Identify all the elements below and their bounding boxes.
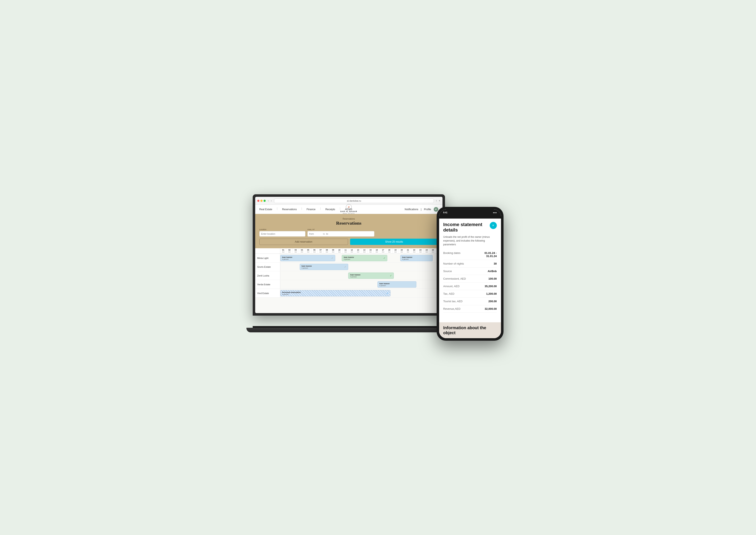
day-month: Jan [355,251,361,253]
day-month: Jan [311,251,317,253]
laptop-bottom [246,328,451,332]
profile-link[interactable]: Profile [424,208,431,211]
forward-icon[interactable]: › [270,199,272,202]
location-filter-group: Location [259,228,305,237]
browser-chrome: ‹ › ai-dardubai.ru ↑ + [255,197,443,205]
modal-row-booking-dates: Booking dates 01.01.24 -31.01.24 [443,249,497,260]
reservation-block[interactable]: Personal reservation 4 person ✓ [280,290,391,296]
new-tab-icon[interactable]: + [439,199,440,202]
nav-receipts[interactable]: Receipts [325,207,335,211]
show-results-button[interactable]: Show 25 results [350,239,438,245]
revenue-value: 32,000.00 [485,307,497,310]
day-column: 15Jan [367,248,374,253]
day-month: Jan [362,251,367,253]
timeline-verda-estate: Ivan Ivanov 4 person [280,280,443,289]
source-value: AirBnb [488,269,497,273]
day-number: 18 [387,249,392,251]
phone-time: 9:41 [443,211,447,214]
day-number: 16 [374,249,380,251]
day-number: 09 [330,249,336,251]
table-row: Minta Light Ivan Ivanov 4 person ✓ [255,254,443,263]
phone-screen: 9:41 ●●● Income statement details × Unlo… [439,210,501,338]
day-column: 23Jan [418,248,424,253]
nav-reservations[interactable]: Reservations [282,207,297,211]
browser-nav: ‹ › [267,199,273,202]
location-input[interactable] [259,231,305,237]
day-number: 15 [368,249,373,251]
app-logo: ⛵ DAR AL BAHAR REAL ESTATE [340,204,357,214]
laptop-screen: ‹ › ai-dardubai.ru ↑ + Real Estate [255,197,443,313]
hero-section: Reservations Reservations Location Area,… [255,214,443,248]
address-bar[interactable]: ai-dardubai.ru [274,198,434,203]
day-column: 10Jan [336,248,342,253]
minimize-button-icon[interactable] [260,200,262,202]
day-month: Jan [324,251,330,253]
fullscreen-button-icon[interactable] [263,200,266,202]
avatar[interactable]: IP [434,207,438,211]
add-reservation-button[interactable]: Add reservation [259,239,348,245]
back-icon[interactable]: ‹ [267,199,269,202]
calendar-grid: 01Jan02Jan03Jan04Jan05Jan06Jan07Jan08Jan… [255,248,443,297]
check-icon: ✓ [383,257,386,260]
modal-row-revenue: Revenue,AED 32,000.00 [443,305,497,313]
day-month: Jan [424,251,429,253]
reservation-block[interactable]: Ivan Ivanov 4 person ✓ [342,255,387,261]
property-name: Minta Light [255,254,280,262]
day-number: 01 [281,249,286,251]
modal-row-commission: Commissiont, AED 100.00 [443,275,497,283]
nav-divider-1: | [277,207,278,211]
modal-close-button[interactable]: × [490,222,497,229]
area-from-input[interactable] [309,233,322,235]
amount-label: Amount, AED [443,285,485,288]
day-column: 24Jan [424,248,430,253]
nav-finance[interactable]: Finance [307,207,316,211]
reservation-persons: 4 person [282,294,301,295]
area-to-input[interactable] [326,233,339,235]
reservation-name: Ivan Ivanov [379,283,390,285]
property-name: Vind Estate [255,289,280,297]
day-column: 17Jan [380,248,386,253]
amount-value: 35,200.00 [485,285,497,288]
table-row: Vind Estate Personal reservation 4 perso… [255,289,443,297]
traffic-lights [257,200,266,202]
close-button-icon[interactable] [257,200,259,202]
notifications-link[interactable]: Notifications [405,208,418,211]
nav-divider-3: | [320,207,321,211]
check-icon: ✓ [390,274,392,277]
modal-row-tax: Tax, AED 1,200.00 [443,290,497,297]
logo-icon: ⛵ [346,204,352,210]
tax-label: Tax, AED [443,292,486,295]
reservation-name: Personal reservation [282,291,301,294]
day-number: 05 [305,249,311,251]
reservation-persons: 4 person [282,258,292,260]
reservation-block[interactable]: Ivan Ivanov 4 person [377,281,416,288]
breadcrumb: Reservations [259,218,438,220]
url-text: ai-dardubai.ru [347,200,361,202]
day-month: Jan [411,251,417,253]
day-month: Jan [330,251,336,253]
area-divider: to [323,233,325,235]
tax-value: 1,200.00 [486,292,497,295]
phone-signal: ●●● [493,211,497,214]
reservation-block[interactable]: Ivan Ivanov 4 person ✓ [280,255,336,261]
day-month: Jan [286,251,292,253]
modal-title: Income statement details [443,222,490,233]
day-column: 08Jan [324,248,330,253]
reservation-name: Ivan Ivanov [302,265,312,267]
reservation-block[interactable]: Ivan Ivanov 4 person [400,255,433,261]
booking-dates-value: 01.01.24 -31.01.24 [484,251,497,258]
reservation-block[interactable]: Ivan Ivanov 4 person ✓ [348,272,393,279]
share-icon[interactable]: ↑ [436,199,437,202]
calendar-header: 01Jan02Jan03Jan04Jan05Jan06Jan07Jan08Jan… [255,248,443,254]
timeline-vind-estate: Personal reservation 4 person ✓ [280,289,443,297]
reservation-block[interactable]: Ivan Ivanov 4 person ✓ [300,264,348,270]
page-title: Reservations [259,220,438,226]
day-month: Jan [343,251,348,253]
nights-label: Number of nights [443,262,494,265]
nav-divider-5: | [421,208,421,211]
day-month: Jan [387,251,392,253]
timeline-minta-light: Ivan Ivanov 4 person ✓ Ivan Ivanov 4 per… [280,254,443,262]
nav-real-estate[interactable]: Real Estate [259,207,272,211]
area-range-input: to [308,231,374,237]
app-nav: Real Estate | Reservations | Finance | R… [255,205,443,214]
